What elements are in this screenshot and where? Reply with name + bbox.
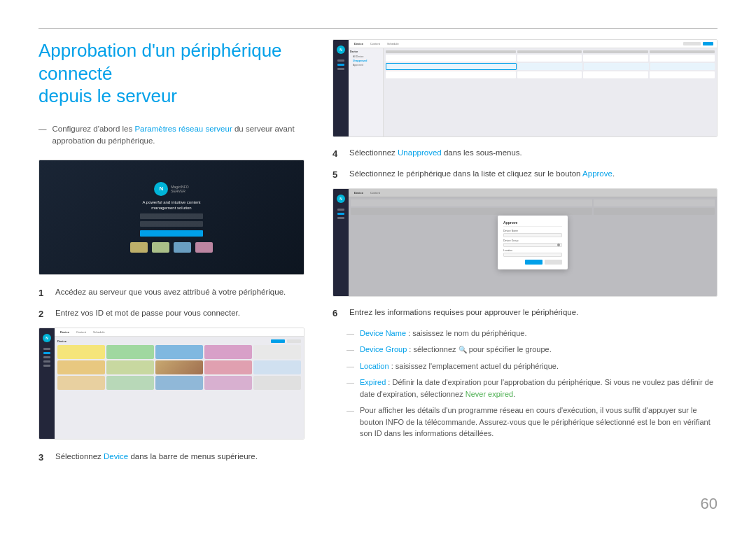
ss-body-2: Device Content Schedule Device All: [349, 40, 717, 136]
step-1-text: Accédez au serveur que vous avez attribu…: [55, 286, 304, 298]
login-logo: N MagicINFOSERVER A powerful and intuiti…: [39, 182, 304, 253]
screenshot-login: N MagicINFOSERVER A powerful and intuiti…: [38, 160, 304, 275]
step-4-text: Sélectionnez Unapproved dans les sous-me…: [349, 147, 718, 159]
detail-location: Location : saisissez l'emplacement actue…: [346, 360, 718, 372]
step-3: 3 Sélectionnez Device dans la barre de m…: [38, 451, 304, 465]
screenshot-device-list: N Device Content Schedule: [38, 328, 304, 440]
page-number: 60: [701, 495, 718, 513]
screenshot-approve-modal: N Device Content: [332, 188, 718, 297]
step-3-text: Sélectionnez Device dans la barre de men…: [55, 451, 304, 463]
approve-link[interactable]: Approve: [582, 169, 612, 178]
never-expired-link[interactable]: Never expired: [465, 390, 513, 398]
step-4-num: 4: [332, 147, 341, 161]
step-3-num: 3: [38, 451, 47, 465]
detail-info-note: Pour afficher les détails d'un programme…: [346, 405, 718, 440]
device-group-label: Device Group: [360, 345, 407, 353]
content-columns: Approbation d'un périphérique connecté d…: [38, 39, 718, 506]
search-icon: 🔍: [458, 346, 467, 353]
intro-text: Configurez d'abord les Paramètres réseau…: [52, 123, 305, 148]
detail-device-name-text: Device Name : saisissez le nom du périph…: [360, 328, 526, 339]
detail-device-group: Device Group : sélectionnez 🔍 pour spéci…: [346, 344, 718, 356]
location-label: Location: [360, 362, 389, 370]
step-2: 2 Entrez vos ID et mot de passe pour vou…: [38, 307, 304, 321]
ss-right-nav-1: N: [333, 40, 349, 136]
unapproved-link[interactable]: Unapproved: [398, 148, 442, 157]
detail-info-text: Pour afficher les détails d'un programme…: [360, 405, 718, 440]
right-column: N Device Content Schedule: [332, 39, 718, 506]
step-5-num: 5: [332, 168, 341, 182]
page-container: Approbation d'un périphérique connecté d…: [0, 0, 756, 534]
ss-right-nav-2: N: [333, 189, 349, 296]
step-5-text: Sélectionnez le périphérique dans la lis…: [349, 168, 718, 180]
page-title: Approbation d'un périphérique connecté d…: [38, 39, 304, 108]
ss-body-3: Device Content: [349, 189, 717, 296]
device-link[interactable]: Device: [104, 452, 128, 461]
step-2-num: 2: [38, 307, 47, 321]
detail-list: Device Name : saisissez le nom du périph…: [346, 328, 718, 440]
detail-expired-text: Expired : Définir la date d'expiration p…: [360, 377, 718, 400]
top-rule: [38, 28, 718, 29]
detail-device-group-text: Device Group : sélectionnez 🔍 pour spéci…: [360, 344, 552, 356]
device-name-label: Device Name: [360, 329, 406, 337]
step-1-num: 1: [38, 286, 47, 300]
left-column: Approbation d'un périphérique connecté d…: [38, 39, 304, 506]
step-2-text: Entrez vos ID et mot de passe pour vous …: [55, 307, 304, 319]
detail-expired: Expired : Définir la date d'expiration p…: [346, 377, 718, 400]
step-4: 4 Sélectionnez Unapproved dans les sous-…: [332, 147, 718, 161]
server-settings-link[interactable]: Paramètres réseau serveur: [134, 125, 232, 133]
step-6-num: 6: [332, 307, 341, 321]
step-5: 5 Sélectionnez le périphérique dans la l…: [332, 168, 718, 182]
intro-note: Configurez d'abord les Paramètres réseau…: [38, 123, 304, 148]
step-6: 6 Entrez les informations requises pour …: [332, 307, 718, 321]
ss-body: Device Content Schedule Device: [55, 328, 304, 439]
screenshot-unapproved: N Device Content Schedule: [332, 39, 718, 137]
expired-label: Expired: [360, 378, 386, 386]
step-6-text: Entrez les informations requises pour ap…: [349, 307, 718, 318]
ss-nav: N: [39, 328, 55, 439]
detail-location-text: Location : saisissez l'emplacement actue…: [360, 360, 559, 372]
step-1: 1 Accédez au serveur que vous avez attri…: [38, 286, 304, 300]
detail-device-name: Device Name : saisissez le nom du périph…: [346, 328, 718, 339]
